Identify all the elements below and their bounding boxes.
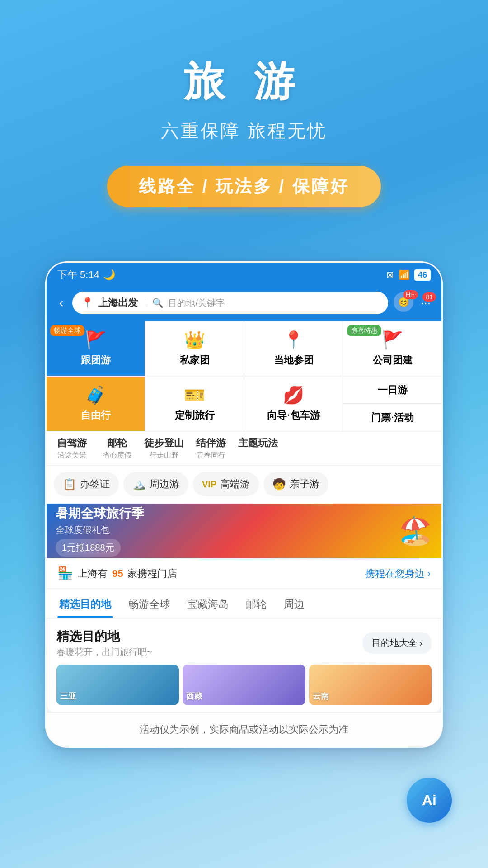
- location-icon: 📍: [81, 297, 94, 309]
- store-link[interactable]: 携程在您身边 ›: [365, 567, 431, 580]
- dest-images-grid: 三亚 西藏 云南: [56, 665, 432, 705]
- dest-image-1[interactable]: 西藏: [183, 665, 305, 705]
- menu-local-tour[interactable]: 📍 当地参团: [244, 321, 343, 376]
- cruise-sub: 省心度假: [103, 451, 131, 460]
- dest-all-button[interactable]: 目的地大全 ›: [363, 632, 432, 654]
- tab-cruise[interactable]: 邮轮: [244, 589, 268, 618]
- store-row: 🏪 上海有 95 家携程门店 携程在您身边 ›: [47, 559, 441, 588]
- local-tour-icon: 📍: [283, 330, 304, 350]
- service-nearby[interactable]: 🏔️ 周边游: [123, 472, 188, 496]
- store-icon: 🏪: [57, 566, 73, 581]
- tab-island[interactable]: 宝藏海岛: [185, 589, 230, 618]
- back-button[interactable]: ‹: [56, 294, 67, 312]
- status-bar-left: 下午 5:14 🌙: [57, 268, 115, 282]
- banner-sub: 全球度假礼包: [56, 524, 399, 536]
- notification-badge: 81: [422, 292, 436, 302]
- phone-wrapper: 下午 5:14 🌙 ⊠ 📶 46 ‹ 📍 上海出发 | 🔍 目的地/关键字: [0, 261, 488, 748]
- service-luxury[interactable]: VIP 高端游: [193, 472, 259, 496]
- search-from-city: 上海出发: [98, 296, 138, 310]
- moon-icon: 🌙: [103, 269, 115, 281]
- menu-grid-row1: 畅游全球 🚩 跟团游 👑 私家团 📍 当地参团 惊喜特惠 🚩 公司团建: [47, 321, 441, 376]
- menu-grid-row2: 🧳 自由行 🎫 定制旅行 💋 向导·包车游 一日游 门票·活动: [47, 377, 441, 431]
- phone-frame: 下午 5:14 🌙 ⊠ 📶 46 ‹ 📍 上海出发 | 🔍 目的地/关键字: [45, 261, 443, 748]
- banner-title: 暑期全球旅行季: [56, 505, 399, 522]
- dest-card-title-area: 精选目的地 春暖花开，出门旅行吧~: [56, 628, 152, 658]
- dest-image-2[interactable]: 云南: [309, 665, 432, 705]
- store-info: 🏪 上海有 95 家携程门店: [57, 566, 177, 581]
- company-tour-icon: 🚩: [382, 330, 403, 350]
- hiking-label: 徒步登山: [144, 436, 184, 450]
- summer-banner[interactable]: 暑期全球旅行季 全球度假礼包 1元抵1888元 🏖️: [47, 504, 441, 558]
- wifi-icon: 📶: [399, 269, 410, 280]
- ai-float-button[interactable]: Ai: [407, 778, 452, 823]
- self-drive-label: 自驾游: [57, 436, 87, 450]
- hero-subtitle: 六重保障 旅程无忧: [18, 118, 470, 143]
- company-tour-label: 公司团建: [373, 354, 413, 367]
- family-label: 亲子游: [290, 477, 319, 491]
- battery-icon: 46: [414, 269, 431, 281]
- company-tour-badge: 惊喜特惠: [347, 325, 381, 336]
- theme-label: 主题玩法: [238, 436, 278, 450]
- self-drive-sub: 沿途美景: [57, 451, 86, 460]
- third-item-self-drive[interactable]: 自驾游 沿途美景: [54, 436, 90, 460]
- menu-private-tour[interactable]: 👑 私家团: [145, 321, 244, 376]
- group-tour-badge: 畅游全球: [50, 325, 84, 336]
- status-bar-right: ⊠ 📶 46: [386, 269, 431, 281]
- menu-company-tour[interactable]: 惊喜特惠 🚩 公司团建: [343, 321, 441, 376]
- family-icon: 🧒: [272, 478, 286, 491]
- search-input-box[interactable]: 📍 上海出发 | 🔍 目的地/关键字: [72, 292, 388, 314]
- menu-split-col: 一日游 门票·活动: [343, 377, 441, 431]
- tabs-row: 精选目的地 畅游全球 宝藏海岛 邮轮 周边: [47, 589, 441, 618]
- visa-icon: 📋: [63, 478, 76, 491]
- hero-badge[interactable]: 线路全 / 玩法多 / 保障好: [107, 166, 380, 207]
- tab-nearby[interactable]: 周边: [282, 589, 306, 618]
- search-bar-area: ‹ 📍 上海出发 | 🔍 目的地/关键字 😊 Hi~ ··· 81: [47, 287, 441, 321]
- menu-guide-bus[interactable]: 💋 向导·包车游: [244, 377, 343, 431]
- vip-icon: VIP: [202, 479, 216, 490]
- visa-label: 办签证: [80, 477, 110, 491]
- more-button[interactable]: ··· 81: [419, 294, 432, 312]
- third-item-cruise[interactable]: 邮轮 省心度假: [99, 436, 135, 460]
- store-prefix: 上海有: [78, 567, 108, 580]
- companion-label: 结伴游: [196, 436, 226, 450]
- banner-text: 暑期全球旅行季 全球度假礼包 1元抵1888元: [56, 505, 399, 557]
- service-family[interactable]: 🧒 亲子游: [263, 472, 328, 496]
- dest-card-header: 精选目的地 春暖花开，出门旅行吧~ 目的地大全 ›: [56, 628, 432, 658]
- fourth-row: 📋 办签证 🏔️ 周边游 VIP 高端游 🧒 亲子游: [47, 466, 441, 503]
- menu-day-tour[interactable]: 一日游: [343, 377, 441, 403]
- search-magnifier-icon: 🔍: [152, 297, 164, 308]
- private-tour-icon: 👑: [184, 330, 205, 350]
- menu-free-travel[interactable]: 🧳 自由行: [47, 377, 145, 431]
- custom-travel-label: 定制旅行: [175, 409, 215, 422]
- screen-icon: ⊠: [386, 269, 394, 280]
- luxury-label: 高端游: [220, 477, 250, 491]
- menu-tickets[interactable]: 门票·活动: [343, 404, 441, 431]
- store-count: 95: [112, 568, 123, 580]
- menu-custom-travel[interactable]: 🎫 定制旅行: [145, 377, 244, 431]
- custom-travel-icon: 🎫: [184, 385, 205, 405]
- third-item-companion[interactable]: 结伴游 青春同行: [193, 436, 229, 460]
- tickets-label: 门票·活动: [371, 411, 413, 425]
- free-travel-label: 自由行: [81, 409, 111, 422]
- dest-card-title: 精选目的地: [56, 628, 152, 645]
- status-time: 下午 5:14: [57, 268, 99, 282]
- avatar-button[interactable]: 😊 Hi~: [394, 292, 415, 314]
- tab-selected-dest[interactable]: 精选目的地: [57, 589, 113, 618]
- third-item-theme[interactable]: 主题玩法: [238, 436, 278, 460]
- service-visa[interactable]: 📋 办签证: [54, 472, 119, 496]
- banner-coupon: 1元抵1888元: [56, 539, 121, 557]
- search-actions: 😊 Hi~ ··· 81: [394, 292, 432, 314]
- guide-bus-label: 向导·包车游: [267, 409, 319, 422]
- nearby-icon: 🏔️: [132, 478, 146, 491]
- disclaimer-text: 活动仅为示例，实际商品或活动以实际公示为准: [47, 712, 441, 746]
- day-tour-label: 一日游: [378, 383, 408, 397]
- dest-label-2: 云南: [313, 691, 329, 702]
- local-tour-label: 当地参团: [274, 354, 314, 367]
- search-placeholder: 目的地/关键字: [168, 297, 225, 309]
- third-item-hiking[interactable]: 徒步登山 行走山野: [144, 436, 184, 460]
- tab-global-tour[interactable]: 畅游全球: [127, 589, 172, 618]
- hero-section: 旅 游 六重保障 旅程无忧 线路全 / 玩法多 / 保障好: [0, 0, 488, 234]
- dest-image-0[interactable]: 三亚: [56, 665, 179, 705]
- menu-group-tour[interactable]: 畅游全球 🚩 跟团游: [47, 321, 145, 376]
- guide-bus-icon: 💋: [283, 385, 304, 405]
